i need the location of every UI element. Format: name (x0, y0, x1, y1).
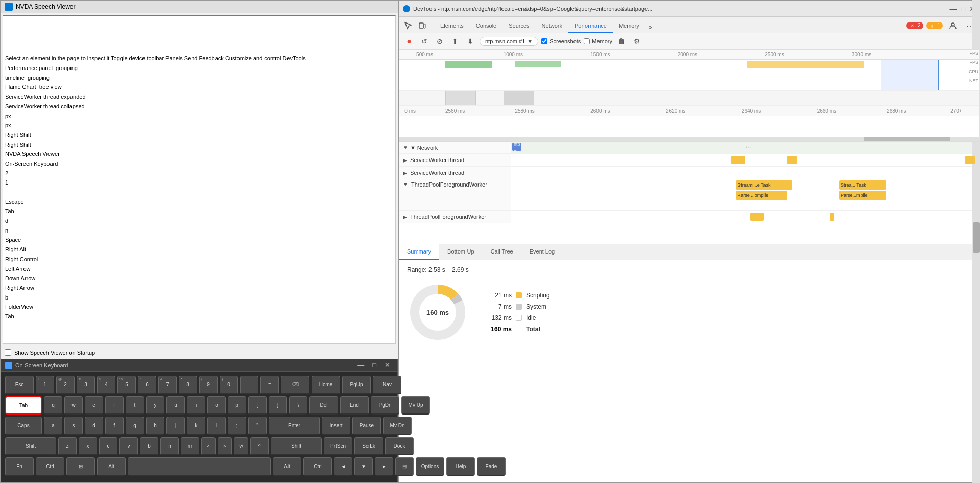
key-left[interactable]: ◄ (334, 457, 352, 476)
key-g[interactable]: g (126, 417, 144, 435)
timeline-overview[interactable]: 500 ms 1000 ms 1500 ms 2000 ms 2500 ms 3… (399, 50, 979, 142)
network-label[interactable]: ▼ ▼ Network (399, 142, 511, 153)
tab-performance[interactable]: Performance (568, 19, 613, 33)
key-mvdn[interactable]: Mv Dn (383, 417, 412, 435)
memory-checkbox[interactable] (584, 38, 590, 44)
key-dock[interactable]: Dock (385, 437, 414, 455)
key-caret[interactable]: ^ (250, 437, 269, 455)
key-insert[interactable]: Insert (322, 417, 350, 435)
inspect-element-btn[interactable] (401, 18, 415, 33)
key-scrlk[interactable]: ScrLk (354, 437, 383, 455)
key-3[interactable]: #3 (77, 376, 95, 394)
key-7[interactable]: &7 (158, 376, 177, 394)
network-expand-icon[interactable]: ▼ (403, 145, 408, 150)
key-y[interactable]: y (146, 396, 164, 415)
key-q[interactable]: q (44, 396, 62, 415)
key-a[interactable]: a (44, 417, 62, 435)
key-del[interactable]: Del (309, 396, 338, 415)
key-r[interactable]: r (105, 396, 124, 415)
tab-summary[interactable]: Summary (399, 244, 439, 260)
key-fade[interactable]: Fade (477, 457, 506, 476)
key-pgup[interactable]: PgUp (342, 376, 371, 394)
key-9[interactable]: (9 (199, 376, 218, 394)
key-nav[interactable]: Nav (373, 376, 401, 394)
tp1-label[interactable]: ▼ ThreadPoolForegroundWorker (399, 179, 511, 210)
threads-area[interactable]: ▼ ▼ Network ntp ... ··· ▶ ServiceWorker … (399, 142, 979, 244)
tab-network[interactable]: Network (536, 19, 568, 33)
key-v[interactable]: v (119, 437, 138, 455)
key-h[interactable]: h (146, 417, 164, 435)
key-m[interactable]: m (181, 437, 199, 455)
download-profile-btn[interactable]: ⬇ (464, 35, 476, 48)
key-pause[interactable]: Pause (352, 417, 381, 435)
settings-btn[interactable]: ⚙ (631, 35, 643, 48)
key-equals[interactable]: = (260, 376, 279, 394)
key-backspace[interactable]: ⌫ (281, 376, 309, 394)
key-d[interactable]: d (85, 417, 103, 435)
key-space[interactable] (128, 457, 271, 476)
key-ralt[interactable]: Alt (273, 457, 301, 476)
key-esc[interactable]: Esc (5, 376, 34, 394)
key-1[interactable]: !1 (36, 376, 54, 394)
key-comma[interactable]: < (201, 437, 216, 455)
screenshots-checkbox[interactable] (541, 38, 547, 44)
key-semicolon[interactable]: ; (228, 417, 246, 435)
devtools-minimize-btn[interactable]: — (950, 5, 957, 13)
key-c[interactable]: c (99, 437, 117, 455)
key-f[interactable]: f (105, 417, 124, 435)
key-i[interactable]: i (187, 396, 205, 415)
key-x[interactable]: x (79, 437, 97, 455)
key-w[interactable]: w (64, 396, 83, 415)
delete-profile-btn[interactable]: 🗑 (615, 35, 628, 48)
key-n[interactable]: n (160, 437, 179, 455)
key-2[interactable]: @2 (56, 376, 75, 394)
tab-sources[interactable]: Sources (503, 19, 535, 33)
tab-bottomup[interactable]: Bottom-Up (439, 244, 483, 260)
key-rbracket[interactable]: ] (269, 396, 287, 415)
tab-console[interactable]: Console (470, 19, 503, 33)
key-b[interactable]: b (140, 437, 158, 455)
key-lbracket[interactable]: [ (248, 396, 267, 415)
key-prtscn[interactable]: PrtScn (324, 437, 352, 455)
key-lalt[interactable]: Alt (97, 457, 126, 476)
key-tab[interactable]: Tab (5, 396, 42, 415)
record-btn[interactable]: ● (403, 35, 415, 48)
keyboard-close-btn[interactable]: ✕ (381, 361, 393, 369)
show-startup-checkbox[interactable] (5, 349, 11, 356)
key-5[interactable]: %5 (117, 376, 136, 394)
key-options[interactable]: Options (416, 457, 444, 476)
keyboard-restore-btn[interactable]: □ (369, 361, 379, 369)
tab-memory[interactable]: Memory (613, 19, 646, 33)
key-0[interactable]: )0 (220, 376, 238, 394)
tp2-label[interactable]: ▶ ThreadPoolForegroundWorker (399, 211, 511, 223)
key-rshift[interactable]: Shift (271, 437, 322, 455)
reload-record-btn[interactable]: ↺ (418, 35, 431, 48)
url-dropdown-btn[interactable]: ▼ (527, 38, 533, 44)
key-enter[interactable]: Enter (269, 417, 320, 435)
key-right[interactable]: ► (375, 457, 393, 476)
speech-content-area[interactable]: Select an element in the page to inspect… (3, 15, 396, 344)
sw1-expand-icon[interactable]: ▶ (403, 157, 407, 163)
key-caps[interactable]: Caps (5, 417, 42, 435)
sw1-label[interactable]: ▶ ServiceWorker thread (399, 154, 511, 166)
key-mvup[interactable]: Mv Up (401, 396, 430, 415)
sw2-label[interactable]: ▶ ServiceWorker thread (399, 167, 511, 179)
key-period[interactable]: > (218, 437, 232, 455)
key-menu[interactable]: ⊟ (395, 457, 414, 476)
speech-scroll[interactable]: Select an element in the page to inspect… (5, 36, 393, 344)
key-l[interactable]: l (207, 417, 226, 435)
more-tabs-btn[interactable]: » (646, 21, 655, 33)
upload-profile-btn[interactable]: ⬆ (449, 35, 461, 48)
user-btn[interactable] (946, 18, 960, 33)
key-slash[interactable]: ?/ (234, 437, 248, 455)
selection-range[interactable] (881, 60, 939, 90)
key-4[interactable]: $4 (97, 376, 115, 394)
key-lshift[interactable]: Shift (5, 437, 56, 455)
keyboard-minimize-btn[interactable]: — (354, 361, 367, 369)
key-k[interactable]: k (187, 417, 205, 435)
tab-elements[interactable]: Elements (434, 19, 470, 33)
key-s[interactable]: s (64, 417, 83, 435)
clear-btn[interactable]: ⊘ (434, 35, 446, 48)
key-end[interactable]: End (340, 396, 369, 415)
key-minus[interactable]: - (240, 376, 258, 394)
